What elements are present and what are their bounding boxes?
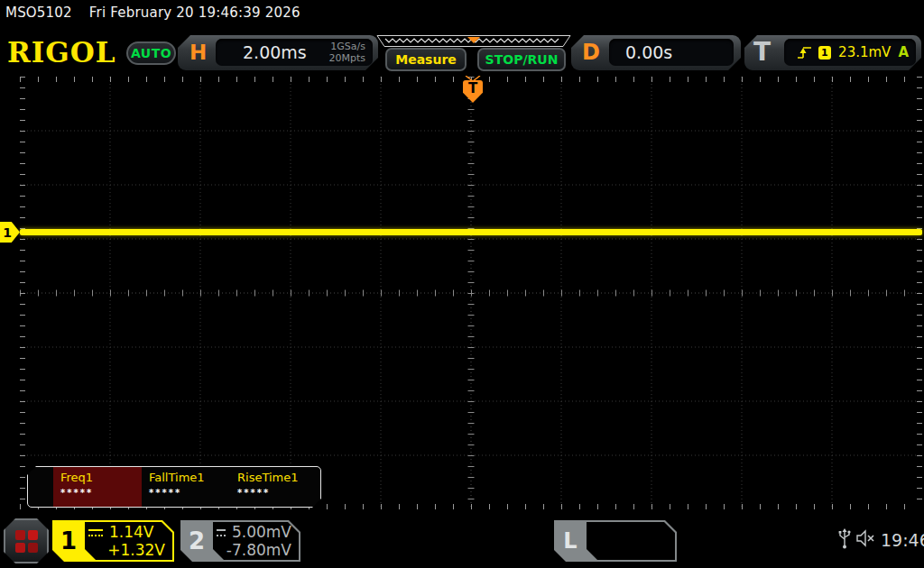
timebase-value: 2.00ms [216,42,307,62]
measurement-label: RiseTime1 [237,471,319,484]
usb-icon [837,528,852,550]
datetime-text: Fri February 20 19:46:39 2026 [89,5,300,21]
channel1-position-marker[interactable]: 1 [0,222,20,243]
acquisition-info: 1GSa/s 20Mpts [328,41,373,64]
auto-button[interactable]: AUTO [126,41,176,65]
logic-channels-widget[interactable]: L 0 1 2 3 4 5 6 7 8 9 10 11 12 13 14 15 [554,520,677,562]
trigger-sweep-mode: A [898,44,916,60]
trigger-inset: 1 23.1mV A [784,39,916,66]
function-navigation-button[interactable] [4,518,49,563]
channel1-offset: +1.32V [88,541,165,559]
channel1-number: 1 [52,520,85,562]
horizontal-inset: 2.00ms 1GSa/s 20Mpts [216,39,373,66]
measurement-item-freq1[interactable]: Freq1 ***** [53,467,142,507]
horizontal-label: H [189,41,207,64]
channel1-values: 1.14V +1.32V [88,523,165,559]
channel2-number: 2 [180,520,213,562]
trigger-level: 23.1mV [838,44,891,60]
red-grid-icon [15,530,38,553]
channel2-values: 5.00mV -7.80mV [217,523,291,559]
measurement-value: ***** [237,488,319,498]
channel1-status-widget[interactable]: 1 1.14V +1.32V [52,520,174,562]
speaker-muted-icon [855,529,877,547]
rigol-logo: RIGOL [7,36,116,69]
trigger-source-badge: 1 [818,46,832,60]
stop-run-button[interactable]: STOP/RUN [477,48,566,71]
measurement-item-risetime1[interactable]: RiseTime1 ***** [230,467,319,507]
title-bar: MSO5102 Fri February 20 19:46:39 2026 [5,5,300,21]
trigger-widget[interactable]: T 1 23.1mV A [744,35,921,70]
channel1-scale: 1.14V [109,523,153,541]
channel2-status-widget[interactable]: 2 5.00mV -7.80mV [180,520,300,562]
horizontal-settings-widget[interactable]: H 2.00ms 1GSa/s 20Mpts [178,35,378,70]
measurement-value: ***** [60,488,142,498]
delay-label: D [582,40,600,65]
rising-edge-icon [797,46,811,60]
measurement-item-falltime1[interactable]: FallTime1 ***** [142,467,230,507]
channel1-trace [20,229,922,235]
measure-button[interactable]: Measure [385,48,467,71]
measurement-value: ***** [149,488,230,498]
measurement-label: Freq1 [60,471,142,484]
measurement-panel: Freq1 ***** FallTime1 ***** RiseTime1 **… [27,466,321,508]
logic-row1: 0 1 2 3 4 5 6 7 [596,557,720,568]
dc-coupling-icon [217,529,226,536]
memory-depth: 20Mpts [328,52,365,64]
channel2-offset: -7.80mV [217,541,291,559]
clock-text: 19:46 [881,530,924,550]
logic-label: L [554,520,587,562]
zigzag-icon [373,35,575,47]
waveform-position-bar[interactable] [373,33,575,45]
dc-coupling-icon [88,529,103,536]
delay-widget[interactable]: D 0.00s [571,35,741,70]
graticule-grid [20,77,922,509]
delay-inset: 0.00s [609,39,734,66]
sample-rate: 1GSa/s [328,41,365,52]
model-name: MSO5102 [5,5,72,21]
channel2-scale: 5.00mV [232,523,291,541]
logic-channel-numbers: 0 1 2 3 4 5 6 7 8 9 10 11 12 13 14 15 [596,525,720,568]
trigger-label: T [753,37,771,67]
delay-value: 0.00s [609,42,672,62]
measurement-label: FallTime1 [149,471,230,484]
